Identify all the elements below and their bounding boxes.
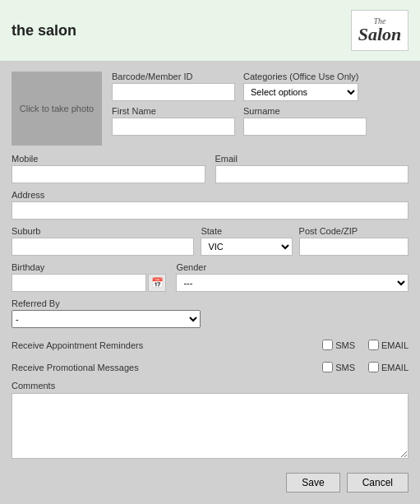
- barcode-field: Barcode/Member ID: [112, 72, 235, 101]
- birthday-label: Birthday: [12, 262, 166, 272]
- state-select[interactable]: VIC: [201, 238, 292, 256]
- suburb-label: Suburb: [12, 226, 194, 236]
- photo-label: Click to take photo: [20, 104, 95, 113]
- barcode-input[interactable]: [112, 83, 235, 101]
- gender-label: Gender: [176, 262, 408, 272]
- categories-select[interactable]: Select options: [243, 83, 358, 101]
- logo-box: The Salon: [351, 10, 408, 51]
- state-field: State VIC: [201, 226, 292, 256]
- address-label: Address: [12, 190, 408, 200]
- promotional-email-item: EMAIL: [368, 362, 408, 372]
- reminders-sms-checkbox[interactable]: [322, 340, 333, 350]
- address-field: Address: [12, 190, 408, 220]
- surname-field: Surname: [243, 106, 367, 136]
- header: the salon The Salon: [0, 0, 420, 62]
- birthday-input[interactable]: [12, 274, 146, 292]
- surname-input[interactable]: [243, 118, 367, 136]
- comments-label: Comments: [12, 381, 408, 391]
- postcode-input[interactable]: [299, 238, 408, 256]
- suburb-input[interactable]: [12, 238, 194, 256]
- footer-buttons: Save Cancel: [12, 469, 408, 492]
- referred-label: Referred By: [12, 298, 408, 308]
- promotional-checks: SMS EMAIL: [322, 362, 408, 372]
- reminders-checks: SMS EMAIL: [322, 340, 408, 350]
- promotional-sms-item: SMS: [322, 362, 355, 372]
- gender-select[interactable]: ---: [176, 274, 408, 292]
- comments-section: Comments: [12, 381, 408, 461]
- mobile-label: Mobile: [12, 154, 205, 164]
- promotional-label: Receive Promotional Messages: [12, 363, 322, 372]
- reminders-row: Receive Appointment Reminders SMS EMAIL: [12, 336, 408, 354]
- mobile-input[interactable]: [12, 165, 205, 183]
- email-label: Email: [215, 154, 409, 164]
- reminders-sms-item: SMS: [322, 340, 355, 350]
- surname-label: Surname: [243, 106, 367, 116]
- top-fields: Barcode/Member ID Categories (Office Use…: [112, 72, 408, 146]
- barcode-label: Barcode/Member ID: [112, 72, 235, 81]
- save-button[interactable]: Save: [286, 473, 339, 492]
- birthday-gender-row: Birthday 📅 Gender ---: [12, 262, 408, 292]
- reminders-sms-label: SMS: [335, 340, 355, 350]
- birthday-input-wrap: 📅: [12, 274, 166, 292]
- categories-label: Categories (Office Use Only): [243, 72, 358, 81]
- reminders-email-label: EMAIL: [381, 340, 408, 350]
- email-field: Email: [215, 154, 409, 183]
- reminders-label: Receive Appointment Reminders: [12, 340, 322, 350]
- address-input[interactable]: [12, 201, 408, 220]
- logo-salon: Salon: [358, 24, 402, 44]
- promotional-email-label: EMAIL: [381, 363, 408, 372]
- categories-field: Categories (Office Use Only) Select opti…: [243, 72, 358, 101]
- photo-box[interactable]: Click to take photo: [12, 72, 102, 146]
- name-row: First Name Surname: [112, 106, 408, 136]
- email-input[interactable]: [215, 165, 409, 183]
- firstname-field: First Name: [112, 106, 235, 136]
- gender-field: Gender ---: [176, 262, 408, 292]
- main-content: Click to take photo Barcode/Member ID Ca…: [0, 62, 420, 504]
- cancel-button[interactable]: Cancel: [347, 473, 408, 492]
- promotional-sms-checkbox[interactable]: [322, 362, 333, 372]
- referred-select[interactable]: -: [12, 310, 201, 328]
- comments-textarea[interactable]: [12, 393, 408, 459]
- firstname-input[interactable]: [112, 118, 235, 136]
- app-title: the salon: [12, 22, 76, 39]
- birthday-field: Birthday 📅: [12, 262, 166, 292]
- reminders-email-checkbox[interactable]: [368, 340, 379, 350]
- top-row: Click to take photo Barcode/Member ID Ca…: [12, 72, 408, 146]
- logo: The Salon: [358, 17, 402, 44]
- mobile-field: Mobile: [12, 154, 205, 183]
- state-label: State: [201, 226, 292, 236]
- firstname-label: First Name: [112, 106, 235, 116]
- mobile-email-row: Mobile Email: [12, 154, 408, 183]
- postcode-field: Post Code/ZIP: [299, 226, 408, 256]
- promotional-sms-label: SMS: [335, 363, 355, 372]
- promotional-row: Receive Promotional Messages SMS EMAIL: [12, 358, 408, 376]
- referred-field: Referred By -: [12, 298, 408, 328]
- suburb-state-postcode-row: Suburb State VIC Post Code/ZIP: [12, 226, 408, 256]
- suburb-field: Suburb: [12, 226, 194, 256]
- barcode-categories-row: Barcode/Member ID Categories (Office Use…: [112, 72, 408, 101]
- calendar-icon[interactable]: 📅: [148, 274, 166, 292]
- postcode-label: Post Code/ZIP: [299, 226, 408, 236]
- reminders-email-item: EMAIL: [368, 340, 408, 350]
- promotional-email-checkbox[interactable]: [368, 362, 379, 372]
